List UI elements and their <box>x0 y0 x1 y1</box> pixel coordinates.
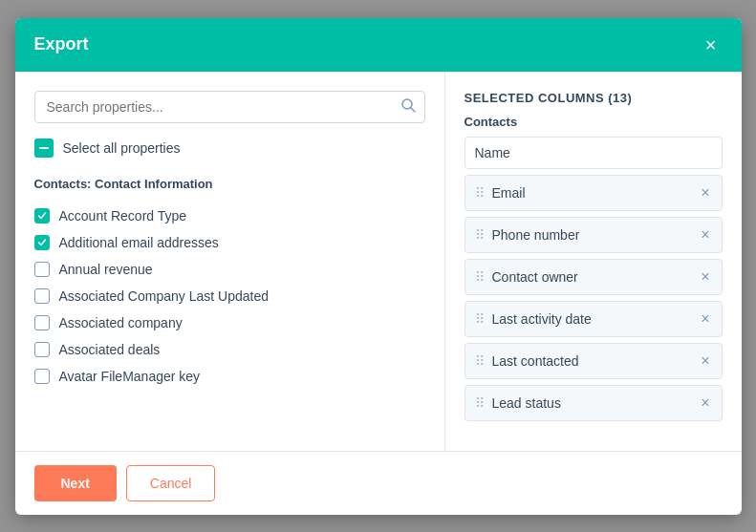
property-item: Associated deals <box>34 336 425 363</box>
svg-line-1 <box>411 108 415 112</box>
selected-columns-header: SELECTED COLUMNS (13) <box>464 91 723 105</box>
property-checkbox-avatar-filemanager[interactable] <box>34 369 50 384</box>
search-icon <box>400 97 416 117</box>
property-label: Additional email addresses <box>59 235 219 250</box>
property-checkbox-assoc-company[interactable] <box>34 315 50 330</box>
left-panel: Select all properties Contacts: Contact … <box>15 72 445 451</box>
column-item-left: ⠿Last contacted <box>475 353 579 369</box>
property-label: Associated Company Last Updated <box>59 288 269 304</box>
column-item-left: ⠿Phone number <box>475 227 580 243</box>
remove-column-button[interactable]: × <box>699 225 711 245</box>
close-button[interactable]: × <box>700 33 723 56</box>
section-title: Contacts: Contact Information <box>34 177 425 191</box>
property-checkbox-assoc-company-last-updated[interactable] <box>34 288 50 304</box>
contacts-group-label: Contacts <box>464 115 723 129</box>
column-item: Name <box>464 137 723 169</box>
remove-column-button[interactable]: × <box>699 267 711 287</box>
properties-list: Account Record TypeAdditional email addr… <box>34 202 425 432</box>
select-all-checkbox[interactable] <box>34 138 54 158</box>
search-container <box>34 91 425 123</box>
select-all-label: Select all properties <box>63 140 181 156</box>
next-button[interactable]: Next <box>34 465 117 501</box>
property-checkbox-additional-email[interactable] <box>34 235 50 250</box>
property-item: Account Record Type <box>34 202 425 229</box>
drag-handle-icon[interactable]: ⠿ <box>475 311 485 327</box>
column-item: ⠿Contact owner× <box>464 259 723 295</box>
property-item: Associated company <box>34 309 425 336</box>
remove-column-button[interactable]: × <box>699 351 711 371</box>
property-label: Avatar FileManager key <box>59 369 201 384</box>
column-item-left: Name <box>475 145 510 160</box>
svg-rect-2 <box>39 147 49 149</box>
property-label: Associated deals <box>59 342 161 357</box>
property-item: Avatar FileManager key <box>34 363 425 390</box>
column-name: Last activity date <box>492 311 592 327</box>
column-item-left: ⠿Email <box>475 185 526 201</box>
remove-column-button[interactable]: × <box>699 309 711 329</box>
modal-title: Export <box>34 34 89 54</box>
property-label: Annual revenue <box>59 262 153 277</box>
right-panel: SELECTED COLUMNS (13) Contacts Name⠿Emai… <box>445 72 742 451</box>
search-input[interactable] <box>34 91 425 123</box>
property-label: Account Record Type <box>59 208 187 223</box>
column-name: Email <box>492 185 526 201</box>
remove-column-button[interactable]: × <box>699 183 711 202</box>
column-item: ⠿Lead status× <box>464 385 723 421</box>
column-name: Name <box>475 145 510 160</box>
property-checkbox-annual-revenue[interactable] <box>34 262 50 277</box>
modal-overlay: Export × <box>0 0 756 532</box>
column-item-left: ⠿Contact owner <box>475 269 578 285</box>
column-item: ⠿Phone number× <box>464 217 723 253</box>
modal-footer: Next Cancel <box>15 451 742 515</box>
drag-handle-icon[interactable]: ⠿ <box>475 185 485 201</box>
drag-handle-icon[interactable]: ⠿ <box>475 353 485 369</box>
column-item: ⠿Last contacted× <box>464 343 723 379</box>
cancel-button[interactable]: Cancel <box>126 465 216 501</box>
drag-handle-icon[interactable]: ⠿ <box>475 269 485 285</box>
modal-header: Export × <box>15 18 742 72</box>
column-name: Phone number <box>492 227 580 243</box>
column-item-left: ⠿Lead status <box>475 395 561 411</box>
column-item-left: ⠿Last activity date <box>475 311 592 327</box>
property-item: Additional email addresses <box>34 229 425 256</box>
select-all-row[interactable]: Select all properties <box>34 138 425 158</box>
remove-column-button[interactable]: × <box>699 394 711 413</box>
property-checkbox-assoc-deals[interactable] <box>34 342 50 357</box>
column-item: ⠿Email× <box>464 175 723 211</box>
drag-handle-icon[interactable]: ⠿ <box>475 227 485 243</box>
column-name: Contact owner <box>492 269 578 285</box>
export-modal: Export × <box>15 18 742 515</box>
property-label: Associated company <box>59 315 183 330</box>
column-name: Last contacted <box>492 353 579 369</box>
property-item: Associated Company Last Updated <box>34 283 425 309</box>
modal-body: Select all properties Contacts: Contact … <box>15 72 742 451</box>
column-item: ⠿Last activity date× <box>464 301 723 337</box>
drag-handle-icon[interactable]: ⠿ <box>475 395 485 411</box>
column-name: Lead status <box>492 395 561 411</box>
property-checkbox-account-record-type[interactable] <box>34 208 50 223</box>
property-item: Annual revenue <box>34 256 425 283</box>
selected-columns-list: Name⠿Email×⠿Phone number×⠿Contact owner×… <box>464 137 723 432</box>
